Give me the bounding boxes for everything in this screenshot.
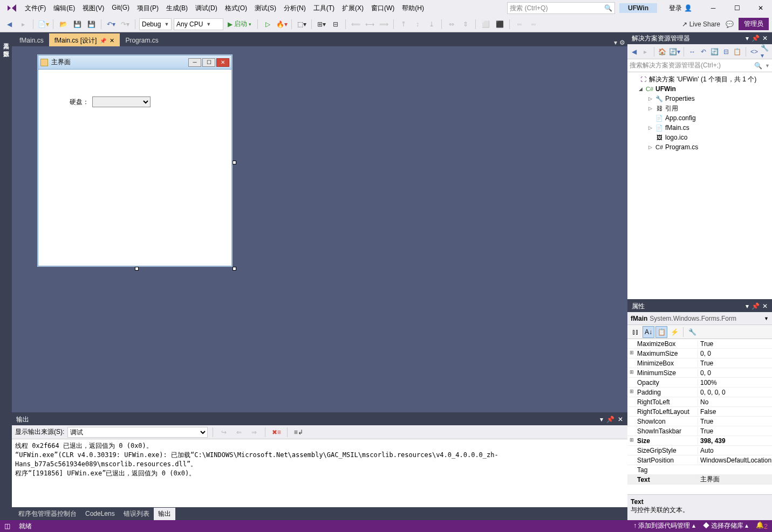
property-row[interactable]: StartPositionWindowsDefaultLocation <box>627 455 772 465</box>
output-source-combo[interactable]: 调试 <box>67 427 208 438</box>
property-row[interactable]: Opacity100% <box>627 378 772 388</box>
valign-middle-button[interactable]: ↕ <box>412 18 423 30</box>
toolbox-tab[interactable]: 工具箱 <box>1 36 11 42</box>
menu-item[interactable]: 调试(D) <box>192 2 221 15</box>
menu-item[interactable]: 项目(P) <box>134 2 162 15</box>
open-button[interactable]: 📂 <box>57 18 69 30</box>
tab-settings-button[interactable]: ⚙ <box>619 39 625 46</box>
maximize-button[interactable]: ☐ <box>728 2 746 15</box>
property-row[interactable]: ShowIconTrue <box>627 417 772 426</box>
datasource-tab[interactable]: 数据源 <box>1 43 11 50</box>
property-row[interactable]: RightToLeftNo <box>627 397 772 407</box>
sol-showall-button[interactable]: 📋 <box>733 46 742 57</box>
properties-object-selector[interactable]: fMain System.Windows.Forms.Form ▼ <box>627 312 772 325</box>
property-row[interactable]: SizeGripStyleAuto <box>627 446 772 455</box>
property-row[interactable]: ⊞Padding0, 0, 0, 0 <box>627 388 772 397</box>
sol-home-button[interactable]: 🏠 <box>658 46 667 57</box>
output-prev-button[interactable]: ⇐ <box>233 426 245 438</box>
add-to-source-control[interactable]: ↑ 添加到源代码管理 ▴ <box>633 521 695 530</box>
config-combo[interactable]: Debug▼ <box>139 18 172 30</box>
sol-sync-button[interactable]: ↔ <box>688 46 697 57</box>
solution-search[interactable]: 搜索解决方案资源管理器(Ctrl+;) 🔍 ▼ <box>627 59 772 72</box>
select-repo[interactable]: ◆ 选择存储库 ▴ <box>703 521 749 530</box>
vspace-button[interactable]: ⇕ <box>460 18 472 30</box>
designer-surface[interactable]: 主界面 ─ ☐ ✕ 硬盘： <box>12 46 627 412</box>
menu-item[interactable]: 编辑(E) <box>50 2 78 15</box>
minimize-button[interactable]: ─ <box>704 2 722 15</box>
sol-refresh-button[interactable]: 🔄 <box>710 46 719 57</box>
bottom-tab[interactable]: 输出 <box>154 508 175 520</box>
layout-btn-1[interactable]: ⬚▾ <box>296 18 308 30</box>
align-right-button[interactable]: ⟹ <box>378 18 390 30</box>
valign-top-button[interactable]: ⤒ <box>398 18 409 30</box>
fwd-nav-button[interactable]: ▸ <box>17 18 29 30</box>
solution-tree[interactable]: ⛶ 解决方案 'UFWin' (1 个项目，共 1 个) ◢C# UFWin ▷… <box>627 72 772 299</box>
pin-icon[interactable]: 📌 <box>100 38 106 44</box>
bottom-tab[interactable]: 错误列表 <box>119 508 154 520</box>
menu-item[interactable]: 扩展(X) <box>339 2 367 15</box>
sol-undo-button[interactable]: ↶ <box>699 46 708 57</box>
property-row[interactable]: MaximizeBoxTrue <box>627 339 772 349</box>
notifications-button[interactable]: 🔔2 <box>756 521 768 530</box>
output-next-button[interactable]: ⇒ <box>248 426 260 438</box>
tree-item[interactable]: ▷C#Program.cs <box>628 142 771 152</box>
hot-reload-button[interactable]: 🔥▾ <box>276 18 288 30</box>
grid-btn-2[interactable]: ▫▫ <box>528 18 539 30</box>
hspace-button[interactable]: ⇔ <box>446 18 457 30</box>
output-clear-button[interactable]: ✖≡ <box>270 426 282 438</box>
menu-item[interactable]: 帮助(H) <box>399 2 427 15</box>
sol-collapse-button[interactable]: ⊟ <box>721 46 730 57</box>
prop-wrench-button[interactable]: 🔧 <box>686 326 698 338</box>
close-icon[interactable]: ✕ <box>110 37 114 44</box>
feedback-button[interactable]: 💬 <box>723 18 735 30</box>
property-row[interactable]: Text主界面 <box>627 475 772 485</box>
property-row[interactable]: Tag <box>627 465 772 475</box>
start-debug-button[interactable]: ▶ 启动 ▾ <box>226 19 254 29</box>
bottom-tab[interactable]: 程序包管理器控制台 <box>14 508 81 520</box>
sol-prop-button[interactable]: 🔧▾ <box>761 46 770 57</box>
layout-btn-3[interactable]: ⊟ <box>330 18 341 30</box>
panel-close-button[interactable]: ✕ <box>618 416 623 423</box>
layout-btn-2[interactable]: ⊞▾ <box>316 18 327 30</box>
sol-switch-button[interactable]: 🔄▾ <box>669 46 680 57</box>
menu-item[interactable]: 分析(N) <box>281 2 309 15</box>
save-button[interactable]: 💾 <box>71 18 83 30</box>
menu-item[interactable]: 测试(S) <box>251 2 279 15</box>
order-button[interactable]: ⬛ <box>494 18 505 30</box>
undo-button[interactable]: ↶▾ <box>105 18 117 30</box>
align-left-button[interactable]: ⟸ <box>350 18 361 30</box>
back-nav-button[interactable]: ◀ <box>3 18 15 30</box>
output-goto-button[interactable]: ↪ <box>218 426 230 438</box>
sol-dropdown-button[interactable]: ▾ <box>746 34 749 42</box>
menu-item[interactable]: 视图(V) <box>79 2 107 15</box>
panel-dropdown-button[interactable]: ▾ <box>600 416 603 423</box>
prop-properties-button[interactable]: 📋 <box>655 326 667 338</box>
align-center-button[interactable]: ⟷ <box>364 18 375 30</box>
output-text[interactable]: 线程 0x2f664 已退出，返回值为 0 (0x0)。 “UFWin.exe”… <box>12 439 627 507</box>
property-row[interactable]: RightToLeftLayoutFalse <box>627 407 772 417</box>
property-row[interactable]: ⊞MinimumSize0, 0 <box>627 368 772 378</box>
property-row[interactable]: MinimizeBoxTrue <box>627 358 772 368</box>
sol-back-button[interactable]: ◀ <box>630 46 639 57</box>
tree-solution-root[interactable]: ⛶ 解决方案 'UFWin' (1 个项目，共 1 个) <box>628 74 771 84</box>
tree-project[interactable]: ◢C# UFWin <box>628 84 771 94</box>
prop-events-button[interactable]: ⚡ <box>668 326 680 338</box>
property-row[interactable]: ShowInTaskbarTrue <box>627 426 772 436</box>
document-tab[interactable]: fMain.cs [设计]📌✕ <box>49 33 120 46</box>
menu-item[interactable]: 生成(B) <box>163 2 191 15</box>
tree-item[interactable]: ▷📄fMain.cs <box>628 123 771 133</box>
live-share-button[interactable]: ↗ Live Share <box>682 20 720 28</box>
prop-pin-button[interactable]: 📌 <box>751 302 760 310</box>
prop-dropdown-button[interactable]: ▾ <box>746 302 749 310</box>
close-button[interactable]: ✕ <box>751 2 770 15</box>
tree-item[interactable]: ▷🔧Properties <box>628 94 771 103</box>
property-row[interactable]: ⊞Size398, 439 <box>627 436 772 446</box>
tree-item[interactable]: 📄App.config <box>628 113 771 123</box>
login-button[interactable]: 登录 👤 <box>662 3 699 14</box>
save-all-button[interactable]: 💾 <box>85 18 97 30</box>
size-button[interactable]: ⬜ <box>480 18 491 30</box>
start-without-debug-button[interactable]: ▷ <box>262 18 274 30</box>
document-tab[interactable]: Program.cs <box>120 33 163 46</box>
valign-bottom-button[interactable]: ⤓ <box>426 18 438 30</box>
menu-item[interactable]: 格式(O) <box>222 2 250 15</box>
